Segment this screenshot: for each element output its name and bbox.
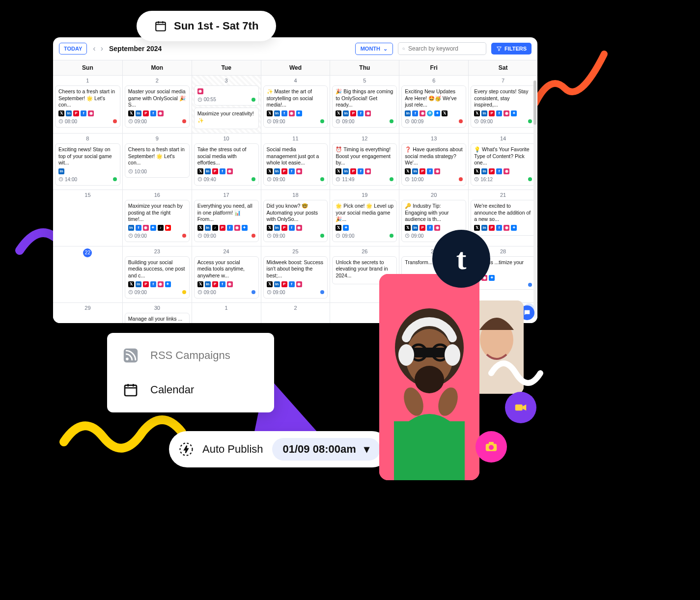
pn-icon: P	[489, 110, 495, 116]
day-cell[interactable]: 17Everything you need, all in one platfo…	[192, 190, 261, 246]
fb-icon: f	[496, 110, 502, 116]
day-cell[interactable]: 2Master your social media game with Only…	[122, 76, 192, 134]
post-card[interactable]: Manage all your links ...	[125, 313, 190, 323]
day-cell[interactable]: 1Cheers to a fresh start in September! 🌟…	[53, 76, 122, 134]
day-cell[interactable]: 5🎉 Big things are coming to OnlySocial! …	[330, 76, 399, 134]
view-dropdown[interactable]: MONTH ⌄	[355, 43, 393, 55]
post-card[interactable]: Did you know? 🤓 Automating your posts wi…	[263, 200, 328, 242]
day-cell[interactable]: 15	[53, 190, 122, 246]
camera-icon	[484, 439, 499, 454]
pn-icon: P	[420, 225, 425, 231]
day-cell[interactable]: 29	[53, 303, 122, 323]
prev-arrow-icon[interactable]: ‹	[92, 43, 96, 54]
scrollbar-thumb[interactable]	[533, 81, 536, 125]
day-cell[interactable]: 10Take the stress out of social media wi…	[192, 134, 261, 190]
li-icon: in	[481, 110, 487, 116]
post-card[interactable]: Every step counts! Stay consistent, stay…	[471, 85, 535, 128]
post-card[interactable]: Midweek boost: Success isn't about being…	[263, 256, 328, 299]
day-cell[interactable]: 13❓ Have questions about social media st…	[399, 134, 468, 190]
pn-icon: P	[212, 168, 218, 174]
weekday-label: Thu	[330, 60, 399, 75]
post-card[interactable]: Access your social media tools anytime, …	[194, 256, 259, 299]
post-text: 🎉 Big things are coming to OnlySocial! G…	[336, 88, 393, 109]
day-cell[interactable]: 4✨ Master the art of storytelling on soc…	[261, 76, 330, 134]
post-card[interactable]: Social media management just got a whole…	[263, 143, 328, 186]
weekday-label: Fri	[399, 60, 468, 75]
x-icon: 𝕏	[128, 281, 134, 287]
post-card[interactable]: Exciting New Updates Are Here! 🤩🥳 We've …	[401, 85, 466, 128]
li-icon: in	[205, 281, 211, 287]
post-card[interactable]: Master your social media game with OnlyS…	[125, 85, 190, 128]
post-card[interactable]: Exciting news! Stay on top of your socia…	[55, 143, 120, 186]
menu-item-rss[interactable]: RSS Campaigns	[122, 347, 259, 364]
menu-item-calendar[interactable]: Calendar	[122, 381, 259, 399]
fb-icon: f	[358, 110, 364, 116]
post-card[interactable]: ❓ Have questions about social media stra…	[401, 143, 466, 186]
post-text: Maximize your reach by posting at the ri…	[128, 203, 186, 223]
pn-icon: P	[212, 281, 218, 287]
day-cell[interactable]: 8Exciting news! Stay on top of your soci…	[53, 134, 122, 190]
post-footer: 09:00	[267, 118, 325, 125]
day-cell[interactable]: 18Did you know? 🤓 Automating your posts …	[261, 190, 330, 246]
auto-publish-label: Auto Publish	[202, 443, 263, 456]
post-card[interactable]: Maximize your creativity! ✨	[194, 108, 259, 129]
post-card[interactable]: Everything you need, all in one platform…	[194, 200, 259, 242]
day-cell[interactable]: 24Access your social media tools anytime…	[192, 246, 261, 303]
social-icons: 𝕏inPf◉	[267, 281, 325, 287]
day-cell[interactable]: 25Midweek boost: Success isn't about bei…	[261, 246, 330, 303]
svg-rect-27	[125, 385, 137, 396]
post-card[interactable]: ⏰ Timing is everything! Boost your engag…	[332, 143, 397, 186]
day-cell[interactable]: 14💡 What's Your Favorite Type of Content…	[468, 134, 537, 190]
publish-time-chip[interactable]: 01/09 08:00am ▾	[272, 438, 380, 461]
day-cell[interactable]: 7Every step counts! Stay consistent, sta…	[468, 76, 537, 134]
date-range-pill[interactable]: Sun 1st - Sat 7th	[137, 11, 276, 41]
post-card[interactable]: ✨ Master the art of storytelling on soci…	[263, 85, 328, 128]
social-icons: inf◉✦♪▶	[128, 225, 186, 231]
post-footer: 16:12	[474, 176, 532, 183]
post-footer: 09:00	[267, 176, 325, 183]
post-card[interactable]: Take the stress out of social media with…	[194, 143, 259, 186]
bs-icon: ✦	[489, 275, 495, 281]
day-cell[interactable]: 30Manage all your links ...	[122, 303, 192, 323]
search-input[interactable]	[408, 45, 482, 52]
day-cell[interactable]: 23Building your social media success, on…	[122, 246, 192, 303]
today-button[interactable]: TODAY	[59, 43, 87, 55]
day-cell[interactable]: 22	[53, 246, 122, 303]
day-cell[interactable]: 6Exciting New Updates Are Here! 🤩🥳 We've…	[399, 76, 468, 134]
day-cell[interactable]: 9Cheers to a fresh start in September! 🌟…	[122, 134, 192, 190]
li-icon: in	[481, 225, 487, 231]
post-text: 🌟 Pick one! 🌟 Level up your social media…	[336, 203, 393, 223]
day-cell[interactable]: 19🌟 Pick one! 🌟 Level up your social med…	[330, 190, 399, 246]
day-cell[interactable]: 2	[261, 303, 330, 323]
social-icons: 𝕏inPf◉	[267, 168, 325, 174]
scrollbar[interactable]	[533, 81, 536, 318]
day-number: 13	[401, 135, 466, 143]
search-input-wrap[interactable]	[398, 42, 486, 55]
x-icon: 𝕏	[405, 168, 411, 174]
x-icon: 𝕏	[197, 225, 203, 231]
post-card[interactable]: Maximize your reach by posting at the ri…	[125, 200, 190, 242]
post-card[interactable]: Cheers to a fresh start in September! 🌟 …	[125, 143, 190, 178]
weekday-label: Tue	[192, 60, 261, 75]
filters-button[interactable]: FILTERS	[491, 43, 532, 55]
post-card[interactable]: ◉00:55	[194, 85, 259, 106]
post-card[interactable]: Building your social media success, one …	[125, 256, 190, 299]
tt-icon: ♪	[158, 225, 164, 231]
li-icon: in	[343, 110, 349, 116]
tt-icon: ♪	[212, 225, 218, 231]
post-card[interactable]: 💡 What's Your Favorite Type of Content? …	[471, 143, 535, 186]
post-text: ⏰ Timing is everything! Boost your engag…	[336, 146, 393, 166]
day-cell[interactable]: 12⏰ Timing is everything! Boost your eng…	[330, 134, 399, 190]
post-time: 09:00	[474, 118, 493, 125]
day-cell[interactable]: 1	[192, 303, 261, 323]
post-card[interactable]: 🎉 Big things are coming to OnlySocial! G…	[332, 85, 397, 128]
day-cell[interactable]: 11Social media management just got a who…	[261, 134, 330, 190]
day-cell[interactable]: 16Maximize your reach by posting at the …	[122, 190, 192, 246]
post-card[interactable]: Cheers to a fresh start in September! 🌟 …	[55, 85, 120, 128]
day-number: 5	[332, 77, 397, 85]
post-time: 09:00	[128, 289, 147, 296]
post-card[interactable]: 🌟 Pick one! 🌟 Level up your social media…	[332, 200, 397, 242]
day-cell[interactable]: 3◉00:55Maximize your creativity! ✨	[192, 76, 261, 134]
next-arrow-icon[interactable]: ›	[100, 43, 104, 54]
post-card[interactable]: We're excited to announce the addition o…	[471, 200, 535, 236]
